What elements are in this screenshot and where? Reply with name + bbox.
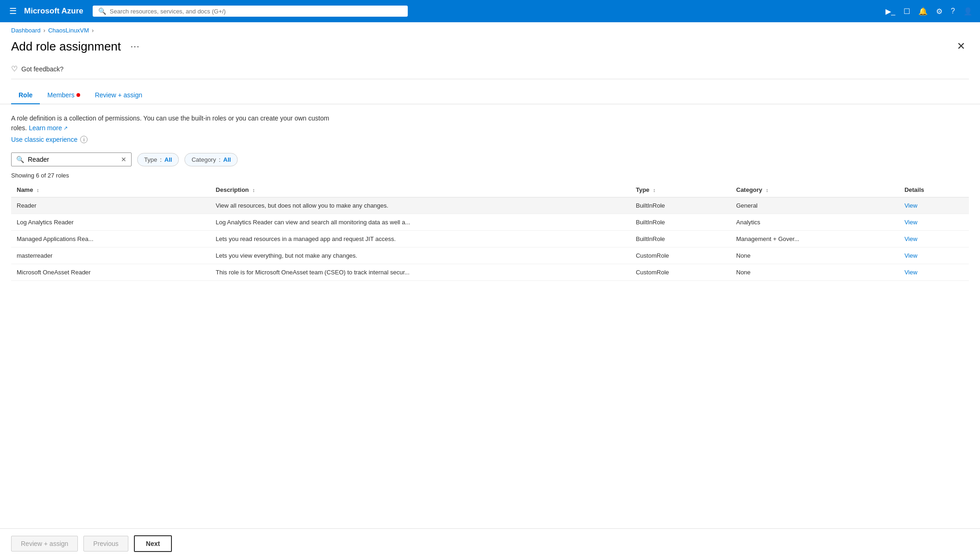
topbar: ☰ Microsoft Azure 🔍 ▶_ ☐ 🔔 ⚙ ? 👤 — [0, 0, 980, 22]
name-sort-icon[interactable]: ↕ — [37, 187, 39, 193]
cell-category: None — [731, 264, 899, 281]
table-header: Name ↕ Description ↕ Type ↕ Category ↕ — [11, 183, 969, 197]
page-title: Add role assignment — [11, 39, 121, 54]
desc-sort-icon[interactable]: ↕ — [253, 187, 255, 193]
info-icon[interactable]: i — [80, 136, 88, 143]
tab-review-assign-label: Review + assign — [95, 91, 142, 99]
cell-type: BuiltInRole — [630, 231, 731, 247]
hamburger-icon[interactable]: ☰ — [7, 4, 19, 18]
classic-experience-link[interactable]: Use classic experience — [11, 136, 77, 143]
settings-icon[interactable]: ⚙ — [936, 7, 942, 16]
role-search-input[interactable] — [28, 156, 117, 163]
search-icon: 🔍 — [98, 7, 106, 15]
more-options-button[interactable]: ⋯ — [126, 39, 143, 54]
cell-category: Analytics — [731, 214, 899, 231]
cell-name: Microsoft OneAsset Reader — [11, 264, 210, 281]
search-input[interactable] — [110, 8, 402, 15]
category-filter-value: All — [223, 156, 231, 163]
breadcrumb-sep-1: › — [44, 27, 45, 34]
type-filter-key: Type — [144, 156, 157, 163]
view-link[interactable]: View — [904, 235, 917, 242]
cell-name: Managed Applications Rea... — [11, 231, 210, 247]
cell-details[interactable]: View — [899, 231, 969, 247]
view-link[interactable]: View — [904, 252, 917, 259]
cell-type: CustomRole — [630, 264, 731, 281]
cell-type: BuiltInRole — [630, 214, 731, 231]
showing-text: Showing 6 of 27 roles — [11, 172, 969, 179]
topbar-actions: ▶_ ☐ 🔔 ⚙ ? 👤 — [885, 7, 973, 16]
cell-description: Lets you view everything, but not make a… — [210, 247, 631, 264]
view-link[interactable]: View — [904, 269, 917, 276]
cell-details[interactable]: View — [899, 264, 969, 281]
learn-more-link[interactable]: Learn more ↗ — [29, 123, 68, 133]
search-bar[interactable]: 🔍 — [93, 6, 408, 17]
cell-name: masterreader — [11, 247, 210, 264]
tab-role-label: Role — [19, 91, 32, 99]
brand-name: Microsoft Azure — [24, 6, 83, 16]
table-row[interactable]: masterreaderLets you view everything, bu… — [11, 247, 969, 264]
cell-name: Log Analytics Reader — [11, 214, 210, 231]
breadcrumb-vm[interactable]: ChaosLinuxVM — [48, 27, 89, 34]
cell-category: None — [731, 247, 899, 264]
page-header: Add role assignment ⋯ ✕ — [0, 38, 980, 62]
col-name: Name ↕ — [11, 183, 210, 197]
view-link[interactable]: View — [904, 202, 917, 209]
category-sort-icon[interactable]: ↕ — [766, 187, 769, 193]
cell-type: BuiltInRole — [630, 197, 731, 214]
cell-description: Lets you read resources in a managed app… — [210, 231, 631, 247]
col-description: Description ↕ — [210, 183, 631, 197]
terminal-icon[interactable]: ▶_ — [885, 7, 895, 16]
members-dot — [76, 93, 80, 97]
azure-cloudshell-icon[interactable]: ☐ — [904, 7, 910, 16]
help-icon[interactable]: ? — [951, 7, 955, 15]
tab-members[interactable]: Members — [40, 87, 87, 104]
cell-description: Log Analytics Reader can view and search… — [210, 214, 631, 231]
close-button[interactable]: ✕ — [953, 38, 969, 54]
description-text: A role definition is a collection of per… — [11, 114, 335, 133]
feedback-text: Got feedback? — [21, 65, 63, 73]
cell-details[interactable]: View — [899, 197, 969, 214]
col-category: Category ↕ — [731, 183, 899, 197]
col-type: Type ↕ — [630, 183, 731, 197]
table-row[interactable]: ReaderView all resources, but does not a… — [11, 197, 969, 214]
cell-description: View all resources, but does not allow y… — [210, 197, 631, 214]
breadcrumb: Dashboard › ChaosLinuxVM › — [0, 22, 980, 38]
feedback-bar: ♡ Got feedback? — [0, 62, 980, 79]
breadcrumb-dashboard[interactable]: Dashboard — [11, 27, 41, 34]
tab-role[interactable]: Role — [11, 87, 40, 104]
type-filter-value: All — [164, 156, 172, 163]
heart-icon: ♡ — [11, 64, 18, 73]
tabs: Role Members Review + assign — [0, 87, 980, 104]
table-body: ReaderView all resources, but does not a… — [11, 197, 969, 281]
filter-row: 🔍 ✕ Type : All Category : All — [11, 152, 969, 166]
type-sort-icon[interactable]: ↕ — [653, 187, 656, 193]
cell-details[interactable]: View — [899, 214, 969, 231]
view-link[interactable]: View — [904, 219, 917, 226]
role-table-container: Name ↕ Description ↕ Type ↕ Category ↕ — [11, 183, 969, 281]
table-row[interactable]: Managed Applications Rea...Lets you read… — [11, 231, 969, 247]
main-content: A role definition is a collection of per… — [0, 104, 980, 290]
search-clear-button[interactable]: ✕ — [121, 156, 126, 163]
tab-review-assign[interactable]: Review + assign — [88, 87, 150, 104]
table-row[interactable]: Microsoft OneAsset ReaderThis role is fo… — [11, 264, 969, 281]
cell-category: Management + Gover... — [731, 231, 899, 247]
category-filter-key: Category — [191, 156, 216, 163]
user-avatar[interactable]: 👤 — [963, 7, 973, 16]
tab-members-label: Members — [47, 91, 74, 99]
type-filter-badge[interactable]: Type : All — [137, 153, 179, 166]
cell-category: General — [731, 197, 899, 214]
cell-description: This role is for Microsoft OneAsset team… — [210, 264, 631, 281]
cell-details[interactable]: View — [899, 247, 969, 264]
external-link-icon: ↗ — [63, 124, 68, 132]
notification-icon[interactable]: 🔔 — [918, 7, 928, 16]
col-details: Details — [899, 183, 969, 197]
classic-experience: Use classic experience i — [11, 136, 969, 143]
search-icon-small: 🔍 — [16, 156, 24, 163]
role-search-wrap[interactable]: 🔍 ✕ — [11, 152, 132, 166]
table-row[interactable]: Log Analytics ReaderLog Analytics Reader… — [11, 214, 969, 231]
divider — [11, 79, 969, 79]
cell-name: Reader — [11, 197, 210, 214]
breadcrumb-sep-2: › — [92, 27, 94, 34]
category-filter-badge[interactable]: Category : All — [184, 153, 238, 166]
cell-type: CustomRole — [630, 247, 731, 264]
